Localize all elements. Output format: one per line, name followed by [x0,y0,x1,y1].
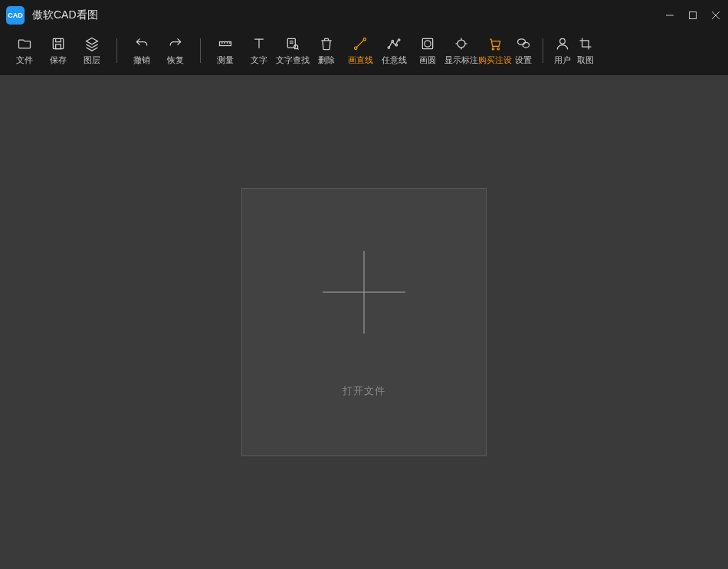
svg-point-25 [457,40,465,48]
svg-point-30 [492,48,494,49]
screenshot-button[interactable]: 取图 [574,35,597,66]
text-search-label: 文字查找 [276,54,310,66]
screenshot-label: 取图 [577,54,594,66]
svg-point-17 [363,38,366,41]
polyline-button[interactable]: 任意线 [377,35,411,66]
titlebar: CAD 傲软CAD看图 [0,0,728,31]
maximize-button[interactable] [687,9,699,21]
save-icon [50,35,67,52]
canvas-area: 打开文件 [0,75,728,569]
layers-icon [84,35,100,52]
minimize-button[interactable] [664,9,676,21]
annotation-settings-button[interactable]: 设置 [512,35,535,66]
redo-icon [167,35,184,52]
undo-label: 撤销 [133,54,150,66]
show-annotation-button[interactable]: 显示标注 [444,35,478,66]
plus-icon [318,246,410,338]
annotation-settings-label: 设置 [515,54,532,66]
text-search-icon [284,35,301,52]
svg-point-22 [398,39,400,41]
user-button[interactable]: 用户 [551,35,574,66]
toolbar-separator [200,38,201,63]
polyline-label: 任意线 [382,54,407,66]
undo-icon [133,35,150,52]
circle-button[interactable]: 画圆 [411,35,444,66]
measure-label: 测量 [217,54,234,66]
line-button[interactable]: 画直线 [343,35,377,66]
svg-rect-5 [56,44,61,49]
redo-button[interactable]: 恢复 [159,35,192,66]
chat-icon [515,35,532,52]
toolbar-separator [116,38,117,63]
close-button[interactable] [710,9,722,21]
toolbar-separator [543,38,543,63]
undo-button[interactable]: 撤销 [125,35,159,66]
text-icon [251,35,267,52]
file-button[interactable]: 文件 [8,35,41,66]
show-annotation-label: 显示标注 [444,54,478,66]
line-label: 画直线 [348,54,373,66]
svg-point-24 [425,41,431,47]
show-annotation-icon [453,35,470,52]
svg-point-16 [355,47,357,49]
cart-icon [487,35,503,52]
user-icon [554,35,571,52]
layers-label: 图层 [84,54,100,66]
buy-annotation-label: 购买注设 [478,54,512,66]
svg-point-33 [523,42,529,48]
svg-point-32 [518,39,526,45]
svg-point-34 [560,38,566,44]
save-button[interactable]: 保存 [41,35,75,66]
ruler-icon [217,35,234,52]
svg-point-31 [497,48,500,49]
app-logo: CAD [6,6,25,25]
open-file-label: 打开文件 [343,384,385,398]
delete-label: 删除 [318,54,335,66]
open-file-card[interactable]: 打开文件 [241,188,487,456]
trash-icon [318,35,335,52]
app-logo-text: CAD [8,12,23,19]
circle-icon [419,35,436,52]
circle-label: 画圆 [419,54,436,66]
window-controls [664,9,722,21]
text-button[interactable]: 文字 [242,35,276,66]
line-icon [352,35,369,52]
user-label: 用户 [554,54,571,66]
polyline-icon [385,35,402,52]
layers-button[interactable]: 图层 [75,35,109,66]
crop-icon [577,35,594,52]
toolbar: 文件 保存 图层 撤销 恢复 [0,31,728,75]
text-search-button[interactable]: 文字查找 [276,35,310,66]
app-title: 傲软CAD看图 [32,8,664,22]
text-label: 文字 [251,54,267,66]
delete-button[interactable]: 删除 [310,35,343,66]
svg-rect-4 [53,38,63,48]
measure-button[interactable]: 测量 [208,35,242,66]
save-label: 保存 [50,54,67,66]
svg-line-18 [356,40,363,47]
file-label: 文件 [16,54,33,66]
svg-line-15 [297,48,299,50]
folder-icon [16,35,33,52]
buy-annotation-button[interactable]: 购买注设 [478,35,512,66]
svg-rect-1 [690,12,697,19]
redo-label: 恢复 [167,54,184,66]
